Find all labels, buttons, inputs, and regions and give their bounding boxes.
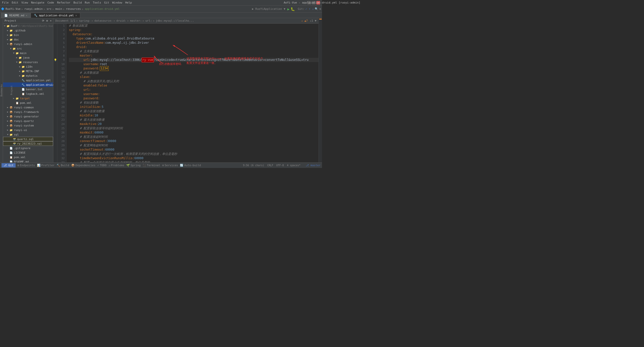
target-arrow: ▶ — [13, 97, 16, 100]
code-line-7: # 主库数据源 — [69, 49, 318, 54]
ui-icon: 📁 — [10, 129, 13, 132]
ln-11: 11 — [57, 66, 65, 71]
code-line-12: # 从库数据源 — [69, 71, 318, 75]
tree-pom-admin[interactable]: ▶ 📋 pom.xml — [3, 101, 53, 105]
terminal-btn[interactable]: ⬛ Terminal — [143, 164, 160, 167]
auto-build-btn[interactable]: 🔄 Auto-build — [180, 164, 201, 167]
framework-arrow: ▶ — [7, 111, 10, 113]
resources-label: resources — [23, 61, 38, 64]
tree-mybatis[interactable]: ▶ 📁 mybatis — [3, 73, 53, 78]
menu-tools[interactable]: Tools — [93, 1, 101, 4]
todo-btn[interactable]: ✓ TODO — [97, 164, 106, 167]
tree-quartz-sql[interactable]: ▶ 🗃️ quartz.sql — [3, 137, 53, 141]
tree-pom-root[interactable]: ▶ 📋 pom.xml — [3, 155, 53, 159]
tree-ruoyi-admin[interactable]: ▼ 📦 ruoyi-admin — [3, 42, 53, 46]
indent-32 — [69, 156, 80, 160]
profiler-btn[interactable]: 📊 Profiler — [37, 164, 55, 167]
tree-framework[interactable]: ▶ 📦 ruoyi-framework — [3, 110, 53, 114]
code-line-24: maxActive: 20 — [69, 122, 318, 126]
tree-target[interactable]: ▶ 📁 target — [3, 96, 53, 101]
menu-build[interactable]: Build — [73, 1, 82, 4]
tree-src[interactable]: ▼ 📁 src — [3, 46, 53, 51]
tree-ry-sql[interactable]: ▶ 🗃️ ry_20230223.sql — [3, 141, 53, 146]
endpoints-btn[interactable]: ⊞ Endpoints — [18, 164, 35, 167]
tree-java[interactable]: ▶ 📁 java — [3, 55, 53, 60]
services-btn[interactable]: ⚙ Services — [162, 164, 178, 167]
tree-sql[interactable]: ▼ 📁 sql — [3, 132, 53, 137]
sync-icon[interactable]: ⟳ — [42, 19, 44, 22]
tree-license[interactable]: ▶ 📄 LICENSE — [3, 150, 53, 155]
ln-9: 9 — [57, 58, 65, 62]
tree-gitignore[interactable]: ▶ 📄 .gitignore — [3, 146, 53, 150]
tree-generator[interactable]: ▶ 📦 ruoyi-generator — [3, 114, 53, 119]
indent-22 — [69, 113, 80, 118]
tree-github[interactable]: ▶ 📁 .github — [3, 28, 53, 33]
generator-arrow: ▶ — [7, 115, 10, 118]
tree-ui[interactable]: ▶ 📁 ruoyi-ui — [3, 128, 53, 132]
debug-button[interactable]: 🐛 — [291, 7, 295, 11]
tree-i18n[interactable]: ▶ 📁 i18n — [3, 64, 53, 69]
indent-18 — [69, 96, 84, 101]
build-btn[interactable]: 🔨 Build — [57, 164, 69, 167]
indent-20 — [69, 105, 80, 109]
indent-10 — [69, 62, 84, 66]
key-init-size: initialSize: — [80, 105, 102, 109]
code-line-23: # 最大连接池数量 — [69, 118, 318, 122]
git-branch-label[interactable]: ⎇ master — [306, 164, 320, 167]
tree-resources[interactable]: ▼ 📁 resources — [3, 60, 53, 64]
menu-view[interactable]: View — [21, 1, 28, 4]
tab-readme[interactable]: 📄 README.md × — [1, 13, 31, 18]
menu-help[interactable]: Help — [125, 1, 132, 4]
bookmarks-tab-label[interactable]: Bookmarks — [0, 84, 3, 97]
gear-icon[interactable]: ⚙ — [46, 19, 48, 22]
comment-25: # 配置获取连接等待超时的时间 — [80, 126, 123, 131]
system-label: ruoyi-system — [14, 124, 34, 127]
git-status-bottom[interactable]: ⎇ Git — [2, 163, 16, 167]
dependencies-btn[interactable]: 📦 Dependencies — [71, 164, 95, 167]
tab-close-druid[interactable]: × — [75, 14, 77, 17]
druid-label: application-druid.yml — [26, 83, 53, 86]
run-button[interactable]: ▶ — [287, 7, 289, 11]
tab-application-druid[interactable]: 🔧 application-druid.yml × — [31, 13, 80, 18]
tree-meta-inf[interactable]: ▶ 📁 META-INF — [3, 69, 53, 73]
profiler-label: Profiler — [41, 164, 55, 167]
menu-navigate[interactable]: Navigate — [31, 1, 45, 4]
code-editor[interactable]: 💡 1 2 3 4 5 6 7 8 9 10 11 12 13 14 15 — [53, 24, 318, 162]
code-line-21: # 最小连接池数量 — [69, 109, 318, 113]
project-tab-label[interactable]: Project — [10, 85, 13, 95]
pom-root-label: pom.xml — [14, 156, 25, 159]
search-everywhere[interactable]: 🔍 — [315, 7, 318, 11]
tree-quartz[interactable]: ▶ 📦 ruoyi-quartz — [3, 119, 53, 123]
settings-icon[interactable]: ⚙ — [319, 7, 321, 11]
spring-btn[interactable]: 🌱 Spring — [126, 164, 141, 167]
tree-main[interactable]: ▼ 📁 main — [3, 51, 53, 55]
menu-window[interactable]: Window — [112, 1, 122, 4]
gutter-8 — [53, 54, 57, 58]
tree-readme[interactable]: ▶ 📄 README.md — [3, 159, 53, 162]
code-content[interactable]: # 数据源配置 spring: datasource: type: com.al… — [66, 24, 318, 162]
close-sidebar-icon[interactable]: × — [50, 19, 52, 22]
tree-application-yml[interactable]: ▶ 🔧 application.yml — [3, 78, 53, 82]
tree-root[interactable]: ▼ 📁 RuoYi-Vue [ruoyi] E:\WorkSpace1\RuoY… — [3, 24, 53, 28]
menu-run[interactable]: Run — [85, 1, 90, 4]
meta-label: META-INF — [26, 70, 39, 73]
key-password-master: password: — [84, 66, 100, 71]
code-line-32: timeBetweenEvictionRunsMillis: 60000 — [69, 156, 318, 160]
tree-doc[interactable]: ▶ 📁 doc — [3, 37, 53, 42]
ln-1: 1 — [57, 24, 65, 28]
tab-close-readme[interactable]: × — [26, 14, 27, 17]
sep3: ▶ — [53, 7, 54, 11]
tree-system[interactable]: ▶ 📦 ruoyi-system — [3, 123, 53, 128]
meta-icon: 📁 — [22, 70, 25, 73]
menu-bar[interactable]: File Edit View Navigate Code Refactor Bu… — [2, 1, 132, 4]
menu-git[interactable]: Git — [104, 1, 109, 4]
menu-edit[interactable]: Edit — [12, 1, 19, 4]
menu-refactor[interactable]: Refactor — [57, 1, 70, 4]
java-label: java — [23, 56, 30, 59]
menu-file[interactable]: File — [2, 1, 9, 4]
menu-code[interactable]: Code — [47, 1, 54, 4]
code-line-30: socketTimeout: 60000 — [69, 148, 318, 152]
problems-btn[interactable]: ⚠ Problems — [108, 164, 124, 167]
tree-bin[interactable]: ▶ 📁 bin — [3, 33, 53, 37]
tree-common[interactable]: ▶ 📦 ruoyi-common — [3, 105, 53, 110]
